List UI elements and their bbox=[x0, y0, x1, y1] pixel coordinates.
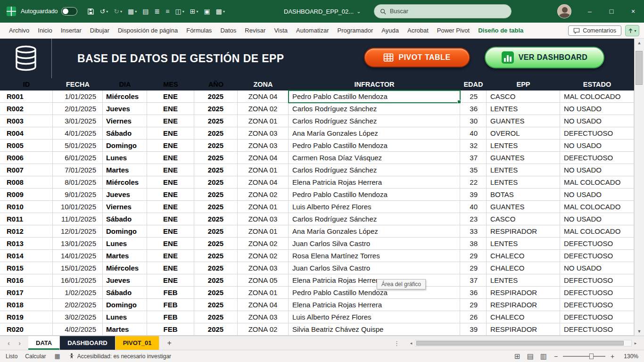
cell[interactable]: Carlos Rodríguez Sánchez bbox=[289, 103, 460, 115]
ribbon-tab-f-rmulas[interactable]: Fórmulas bbox=[182, 23, 216, 38]
cell[interactable]: ENE bbox=[147, 213, 194, 225]
cell[interactable]: Carlos Rodríguez Sánchez bbox=[289, 115, 460, 127]
zoom-slider[interactable] bbox=[563, 356, 605, 357]
cell[interactable]: Carmen Rosa Díaz Vásquez bbox=[289, 152, 460, 164]
insert-image-icon[interactable]: ▩▾ bbox=[214, 6, 227, 16]
cell[interactable]: Luis Alberto Pérez Flores bbox=[289, 201, 460, 213]
cell[interactable]: 4/01/2025 bbox=[53, 127, 103, 140]
cell[interactable]: LENTES bbox=[487, 164, 560, 176]
cell[interactable]: NO USADO bbox=[560, 115, 634, 127]
cell[interactable]: R006 bbox=[0, 152, 53, 164]
cell[interactable]: LENTES bbox=[487, 103, 560, 115]
cell[interactable]: ZONA 03 bbox=[238, 140, 289, 152]
cell[interactable]: 36 bbox=[460, 103, 487, 115]
cell[interactable]: RESPIRADOR bbox=[487, 225, 560, 238]
cell[interactable]: 2025 bbox=[194, 201, 238, 213]
ribbon-tab-archivo[interactable]: Archivo bbox=[5, 23, 33, 38]
cell[interactable]: R019 bbox=[0, 311, 53, 323]
cell[interactable]: ZONA 04 bbox=[238, 176, 289, 189]
cell[interactable]: ENE bbox=[147, 90, 194, 103]
cell[interactable]: NO USADO bbox=[560, 189, 634, 201]
cell[interactable]: R018 bbox=[0, 299, 53, 311]
cell[interactable]: RESPIRADOR bbox=[487, 323, 560, 336]
cell[interactable]: R005 bbox=[0, 140, 53, 152]
cell[interactable]: 2025 bbox=[194, 213, 238, 225]
cell[interactable]: 23 bbox=[460, 213, 487, 225]
cell[interactable]: Sábado bbox=[103, 287, 147, 299]
cell[interactable]: 40 bbox=[460, 201, 487, 213]
cell[interactable]: 14/01/2025 bbox=[53, 250, 103, 262]
cell[interactable]: Luis Alberto Pérez Flores bbox=[289, 311, 460, 323]
cell[interactable]: DEFECTUOSO bbox=[560, 250, 634, 262]
cell[interactable]: 16/01/2025 bbox=[53, 274, 103, 287]
cell[interactable]: Jueves bbox=[103, 103, 147, 115]
document-title-button[interactable]: DASHBOARD_EPP_02... ⌄ bbox=[279, 0, 365, 23]
cell[interactable]: FEB bbox=[147, 299, 194, 311]
ribbon-tab-disposici-n-de-p-gina[interactable]: Disposición de página bbox=[114, 23, 182, 38]
cell[interactable]: R017 bbox=[0, 287, 53, 299]
cell[interactable]: Miércoles bbox=[103, 90, 147, 103]
cell[interactable]: MAL COLOCADO bbox=[560, 176, 634, 189]
cell[interactable]: R013 bbox=[0, 238, 53, 250]
cell[interactable]: 37 bbox=[460, 152, 487, 164]
cell[interactable]: DEFECTUOSO bbox=[560, 127, 634, 140]
zoom-level[interactable]: 130% bbox=[620, 353, 638, 360]
column-header-zona[interactable]: ZONA bbox=[238, 78, 289, 90]
cell[interactable]: ZONA 03 bbox=[238, 311, 289, 323]
cell[interactable]: ZONA 04 bbox=[238, 152, 289, 164]
cell[interactable]: 2025 bbox=[194, 152, 238, 164]
cell[interactable]: FEB bbox=[147, 311, 194, 323]
column-header-dia[interactable]: DIA bbox=[103, 78, 147, 90]
cell[interactable]: 5/01/2025 bbox=[53, 140, 103, 152]
cell[interactable]: ZONA 03 bbox=[238, 127, 289, 140]
cell[interactable]: ZONA 05 bbox=[238, 274, 289, 287]
cell[interactable]: LENTES bbox=[487, 176, 560, 189]
cell[interactable]: 2025 bbox=[194, 127, 238, 140]
cell[interactable]: R020 bbox=[0, 323, 53, 336]
cell[interactable]: 33 bbox=[460, 225, 487, 238]
cell[interactable]: CHALECO bbox=[487, 311, 560, 323]
cell[interactable]: 7/01/2025 bbox=[53, 164, 103, 176]
sheet-nav-prev-button[interactable]: ‹ bbox=[8, 339, 10, 347]
borders-icon[interactable]: ▦▾ bbox=[125, 6, 139, 16]
cell[interactable]: MAL COLOCADO bbox=[560, 225, 634, 238]
cell[interactable]: 39 bbox=[460, 189, 487, 201]
horizontal-scroll-thumb[interactable] bbox=[416, 341, 624, 346]
column-header-infractor[interactable]: INFRACTOR bbox=[289, 78, 460, 90]
cell[interactable]: Lunes bbox=[103, 238, 147, 250]
cell[interactable]: 25 bbox=[460, 90, 487, 103]
align-middle-icon[interactable]: ≡ bbox=[163, 6, 172, 16]
cell[interactable]: ZONA 02 bbox=[238, 238, 289, 250]
cell[interactable]: 32 bbox=[460, 140, 487, 152]
cell[interactable]: LENTES bbox=[487, 274, 560, 287]
cell[interactable]: ENE bbox=[147, 225, 194, 238]
cell[interactable]: 3/01/2025 bbox=[53, 115, 103, 127]
cell[interactable]: 2025 bbox=[194, 238, 238, 250]
cell[interactable]: NO USADO bbox=[560, 103, 634, 115]
cell[interactable]: Elena Patricia Rojas Herrera bbox=[289, 176, 460, 189]
scroll-left-button[interactable]: ◂ bbox=[407, 339, 415, 347]
cell[interactable]: 9/01/2025 bbox=[53, 189, 103, 201]
cell[interactable]: FEB bbox=[147, 287, 194, 299]
cell[interactable]: 6/01/2025 bbox=[53, 152, 103, 164]
cell[interactable]: ENE bbox=[147, 127, 194, 140]
cell[interactable]: 12/01/2025 bbox=[53, 225, 103, 238]
cell[interactable]: Sábado bbox=[103, 127, 147, 140]
cell[interactable]: R009 bbox=[0, 189, 53, 201]
cell[interactable]: ZONA 01 bbox=[238, 225, 289, 238]
cell[interactable]: 36 bbox=[460, 287, 487, 299]
cell[interactable]: DEFECTUOSO bbox=[560, 323, 634, 336]
cell[interactable]: OVEROL bbox=[487, 127, 560, 140]
paste-icon[interactable]: ▤ bbox=[140, 6, 151, 16]
cell[interactable]: MAL COLOCADO bbox=[560, 90, 634, 103]
cell[interactable]: R001 bbox=[0, 90, 53, 103]
cell[interactable]: 11/01/2025 bbox=[53, 213, 103, 225]
save-button[interactable] bbox=[85, 7, 97, 16]
insert-table-icon[interactable]: ▣ bbox=[201, 6, 212, 16]
cell[interactable]: 15/01/2025 bbox=[53, 262, 103, 274]
ribbon-tab-power-pivot[interactable]: Power Pivot bbox=[433, 23, 474, 38]
cell[interactable]: R003 bbox=[0, 115, 53, 127]
cell[interactable]: 8/01/2025 bbox=[53, 176, 103, 189]
cell[interactable]: CASCO bbox=[487, 90, 560, 103]
cell[interactable]: Domingo bbox=[103, 140, 147, 152]
